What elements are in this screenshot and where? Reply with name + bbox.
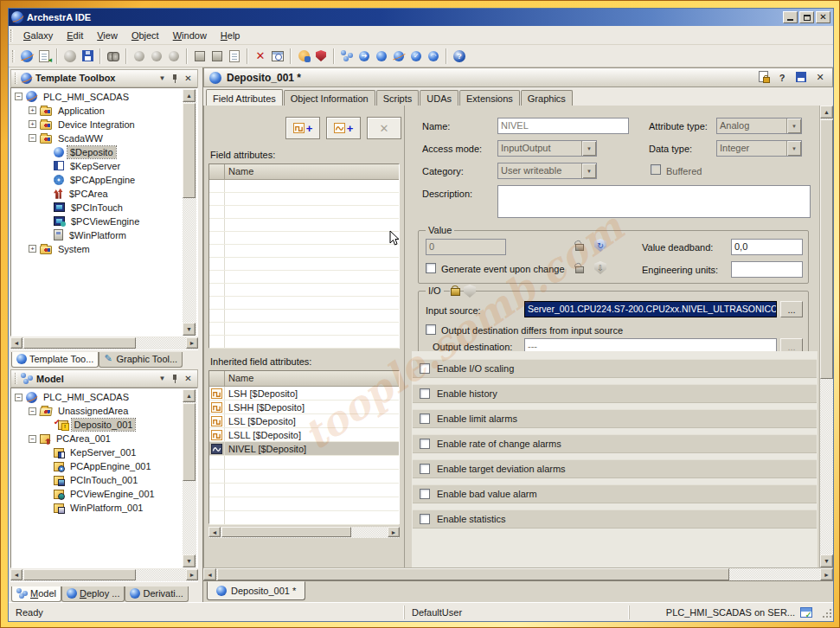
undeploy-icon[interactable]: [374, 48, 389, 64]
template-tree-item-galaxy[interactable]: PLC_HMI_SCADAS: [12, 90, 183, 104]
enable-rate-of-change-alarms-checkbox[interactable]: [420, 439, 430, 449]
empty-row[interactable]: [209, 456, 399, 470]
scroll-thumb[interactable]: [820, 119, 833, 379]
access-mode-dropdown[interactable]: InputOutput: [497, 140, 597, 157]
inherited-attribute-row[interactable]: LSH [$Deposito]: [209, 387, 399, 401]
model-tree-vscrollbar[interactable]: ▲ ▼: [183, 389, 196, 567]
value-deadband-field[interactable]: 0,0: [731, 239, 803, 255]
scroll-thumb[interactable]: [183, 103, 196, 198]
maximize-button[interactable]: [799, 11, 814, 23]
tab-object-information[interactable]: Object Information: [284, 90, 375, 106]
tab-derivation[interactable]: Derivati...: [125, 586, 188, 602]
enable-bad-value-alarm-bar[interactable]: Enable bad value alarm: [413, 484, 817, 503]
find-icon[interactable]: [106, 48, 121, 64]
engineering-units-field[interactable]: [731, 261, 803, 278]
web-icon[interactable]: ◠: [426, 48, 441, 64]
attribute-type-dropdown[interactable]: Analog: [716, 118, 802, 134]
galaxy-disabled-icon[interactable]: [62, 48, 78, 64]
scroll-down-arrow[interactable]: ▼: [183, 323, 196, 336]
enable-target-deviation-alarms-bar[interactable]: Enable target deviation alarms: [413, 459, 817, 478]
description-textarea[interactable]: [497, 185, 811, 218]
model-view-icon[interactable]: [339, 48, 355, 64]
validate-icon[interactable]: ✓: [408, 48, 424, 64]
collapse-toggle[interactable]: [29, 134, 36, 142]
scroll-right-arrow[interactable]: ►: [820, 568, 833, 580]
add-analog-attribute-button[interactable]: +: [326, 117, 361, 139]
scroll-right-arrow[interactable]: ►: [186, 337, 198, 349]
empty-row[interactable]: [209, 497, 399, 511]
editor-hscrollbar[interactable]: ◄ ►: [203, 567, 833, 580]
model-tree-item-deposito-001[interactable]: ✔Deposito_001: [12, 418, 183, 432]
model-tree-hscrollbar[interactable]: ◄ ►: [10, 569, 198, 581]
input-source-field[interactable]: Server_001.CPU224.S7-200.CPU2xx.NIVEL_UL…: [524, 301, 777, 317]
enable-target-deviation-alarms-checkbox[interactable]: [420, 464, 430, 474]
panel-close-icon[interactable]: ✕: [183, 374, 194, 383]
resize-grip[interactable]: [819, 606, 833, 619]
panel-grip[interactable]: [15, 73, 17, 84]
empty-row[interactable]: [209, 484, 399, 497]
enable-rate-of-change-alarms-bar[interactable]: Enable rate of change alarms: [413, 434, 817, 453]
save-close-icon[interactable]: [794, 72, 808, 84]
close-button[interactable]: ✕: [816, 11, 830, 23]
template-tree-item-device-integration[interactable]: Device Integration: [12, 118, 183, 131]
scroll-thumb[interactable]: [23, 569, 136, 580]
security-icon[interactable]: [464, 285, 476, 298]
model-tree-item-kepserver-001[interactable]: KepServer_001: [12, 445, 183, 459]
scroll-thumb[interactable]: [217, 568, 729, 580]
scroll-left-arrow[interactable]: ◄: [203, 568, 216, 580]
editor-vscrollbar[interactable]: ▲ ▼: [819, 106, 833, 567]
document-tab-deposito-001[interactable]: Deposito_001 *: [207, 581, 305, 600]
data-type-dropdown[interactable]: Integer: [716, 140, 802, 157]
lock-status-icon[interactable]: [756, 71, 770, 84]
inherited-attribute-row[interactable]: LSLL [$Deposito]: [209, 428, 399, 442]
expand-toggle[interactable]: [29, 245, 36, 253]
collapse-toggle[interactable]: [15, 394, 22, 401]
scroll-down-arrow[interactable]: ▼: [820, 554, 833, 567]
template-tree-item-deposito[interactable]: $Deposito: [12, 145, 183, 159]
empty-row[interactable]: [209, 206, 399, 219]
panel-close-icon[interactable]: ✕: [183, 74, 194, 83]
template-tree-item-application[interactable]: Application: [12, 104, 183, 118]
connect-galaxy-icon[interactable]: [19, 48, 35, 64]
new-template-icon[interactable]: [131, 48, 147, 64]
pin-icon[interactable]: [171, 74, 179, 83]
model-tree-item-pcappengine-001[interactable]: PCAppEngine_001: [12, 459, 183, 473]
input-source-browse-button[interactable]: ...: [780, 301, 803, 317]
empty-row[interactable]: [209, 284, 399, 297]
empty-row[interactable]: [209, 245, 399, 258]
tab-scripts[interactable]: Scripts: [376, 90, 420, 106]
scroll-up-arrow[interactable]: ▲: [183, 89, 196, 102]
template-tree-item-kepserver[interactable]: $KepServer: [12, 159, 183, 173]
tab-field-attributes[interactable]: Field Attributes: [206, 89, 283, 106]
tab-template-toolbox[interactable]: Template Too...: [11, 352, 99, 368]
collapse-toggle[interactable]: [29, 435, 36, 443]
empty-row[interactable]: [209, 470, 399, 484]
inherited-attribute-row[interactable]: LSL [$Deposito]: [209, 414, 399, 428]
security-icon[interactable]: [313, 48, 329, 64]
chevron-down-icon[interactable]: ▼: [157, 375, 168, 382]
enable-statistics-checkbox[interactable]: [420, 514, 430, 524]
table-header[interactable]: Name: [209, 164, 399, 180]
unlocked-icon[interactable]: [574, 240, 584, 251]
empty-row[interactable]: [209, 511, 399, 525]
template-tree-item-pcappengine[interactable]: $PCAppEngine: [12, 173, 183, 187]
generate-event-checkbox[interactable]: [426, 263, 436, 273]
help-icon[interactable]: ?: [775, 73, 789, 83]
template-tree-vscrollbar[interactable]: ▲ ▼: [183, 89, 196, 336]
scroll-thumb[interactable]: [183, 403, 196, 481]
locked-icon[interactable]: [450, 285, 459, 296]
user-tools-icon[interactable]: [296, 48, 311, 64]
chevron-down-icon[interactable]: ▼: [157, 74, 168, 82]
model-tree-item-pcintouch-001[interactable]: PCInTouch_001: [12, 473, 183, 487]
menu-edit[interactable]: Edit: [60, 28, 90, 43]
unlocked-icon[interactable]: [574, 263, 584, 273]
enable-io-scaling-bar[interactable]: Enable I/O scaling: [413, 359, 817, 378]
scroll-up-arrow[interactable]: ▲: [183, 389, 196, 402]
enable-statistics-bar[interactable]: Enable statistics: [413, 509, 817, 529]
tab-graphic-toolbox[interactable]: Graphic Tool...: [99, 352, 183, 368]
empty-row[interactable]: [209, 193, 399, 206]
scroll-right-arrow[interactable]: ►: [186, 569, 198, 580]
collapse-toggle[interactable]: [15, 93, 22, 100]
template-tree-item-winplatform[interactable]: $WinPlatform: [12, 228, 183, 242]
enable-history-bar[interactable]: Enable history: [413, 384, 817, 403]
